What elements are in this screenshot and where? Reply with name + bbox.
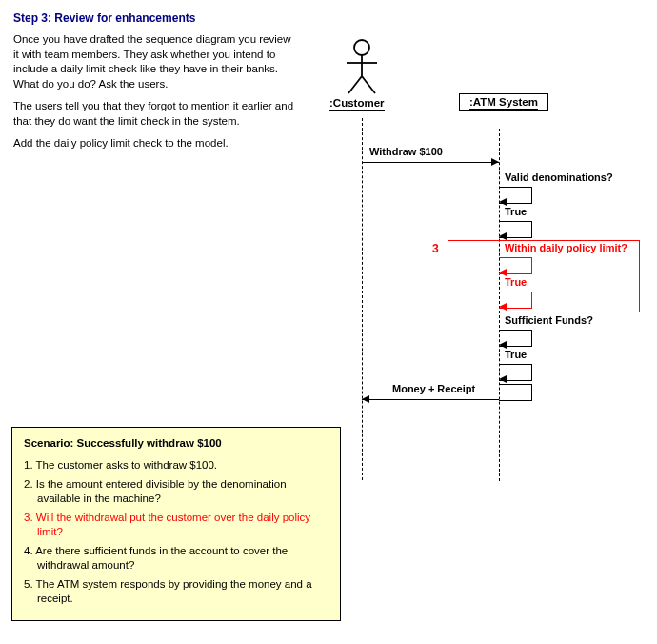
self-true3-arrow <box>499 375 507 383</box>
actor-icon <box>343 38 381 95</box>
self-true1-arrow <box>499 232 507 240</box>
scenario-title: Scenario: Successfully withdraw $100 <box>24 437 328 449</box>
msg-daily-limit: Within daily policy limit? <box>505 242 627 253</box>
step-title: Step 3: Review for enhancements <box>13 11 657 25</box>
step-number-label: 3 <box>432 242 439 255</box>
scenario-panel: Scenario: Successfully withdraw $100 1. … <box>11 427 341 621</box>
scenario-item-2: 2. Is the amount entered divisible by th… <box>24 477 328 507</box>
svg-line-3 <box>348 76 362 93</box>
scenario-item-5: 5. The ATM system responds by providing … <box>24 577 328 607</box>
msg-suff-funds: Sufficient Funds? <box>505 314 593 326</box>
svg-point-0 <box>354 40 369 55</box>
scenario-item-4: 4. Are there sufficient funds in the acc… <box>24 544 328 574</box>
actor-label: :Customer <box>329 97 385 109</box>
arrow-return-head <box>362 395 369 403</box>
self-true2-arrow <box>499 303 507 311</box>
system-label: :ATM System <box>459 93 548 111</box>
paragraph-3: Add the daily policy limit check to the … <box>13 136 299 151</box>
self-daily-limit-arrow <box>499 269 507 276</box>
msg-true1: True <box>505 206 527 217</box>
msg-money-receipt: Money + Receipt <box>392 383 475 394</box>
msg-true3: True <box>505 349 527 360</box>
scenario-item-3: 3. Will the withdrawal put the customer … <box>24 511 328 540</box>
self-return-origin <box>499 384 532 401</box>
lifeline-customer <box>362 118 363 480</box>
paragraph-1: Once you have drafted the sequence diagr… <box>13 32 299 91</box>
self-suff-funds-arrow <box>499 341 507 349</box>
arrow-return-line <box>362 399 499 400</box>
msg-valid-denom: Valid denominations? <box>505 171 613 183</box>
msg-withdraw: Withdraw $100 <box>369 146 443 157</box>
sequence-diagram: :Customer :ATM System Withdraw $100 Vali… <box>324 38 647 457</box>
arrow-withdraw-line <box>362 162 499 163</box>
svg-line-4 <box>362 76 375 93</box>
self-valid-denom-arrow <box>499 198 507 206</box>
paragraph-2: The users tell you that they forgot to m… <box>13 99 299 129</box>
msg-true2: True <box>505 276 527 288</box>
scenario-item-1: 1. The customer asks to withdraw $100. <box>24 458 328 473</box>
arrow-withdraw-head <box>491 158 499 166</box>
